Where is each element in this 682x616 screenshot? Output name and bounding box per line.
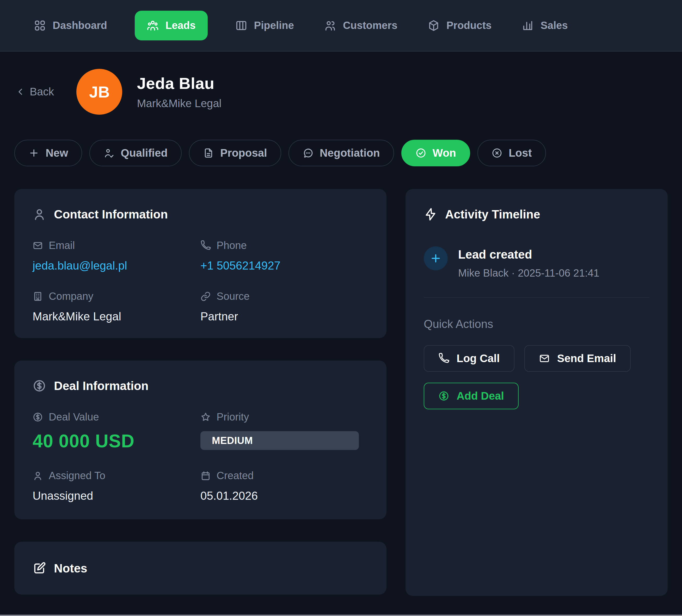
stage-label: New <box>46 147 68 159</box>
nav-item-customers[interactable]: Customers <box>322 11 400 40</box>
users-group-icon <box>147 20 159 31</box>
timeline-event: Lead created Mike Black · 2025-11-06 21:… <box>424 246 650 279</box>
columns-icon <box>235 20 247 31</box>
field-label-text: Deal Value <box>49 411 99 423</box>
stage-pill-row: New Qualified Proposal Negotiation Won L… <box>14 140 668 166</box>
notes-card: Notes <box>14 542 386 595</box>
plus-icon <box>28 148 39 158</box>
zap-icon <box>424 207 437 221</box>
user-check-icon <box>104 148 114 158</box>
stage-pill-lost[interactable]: Lost <box>477 140 546 166</box>
field-source: Source Partner <box>200 290 368 323</box>
field-label-text: Company <box>49 290 93 302</box>
nav-item-products[interactable]: Products <box>425 11 494 40</box>
nav-item-dashboard[interactable]: Dashboard <box>31 11 110 40</box>
dollar-circle-icon <box>32 412 43 422</box>
lead-header: Back JB Jeda Blau Mark&Mike Legal <box>0 52 682 115</box>
stage-pill-won[interactable]: Won <box>401 140 470 166</box>
quick-actions-row: Log Call Send Email <box>424 345 650 372</box>
dollar-circle-icon <box>438 391 449 401</box>
top-nav: Dashboard Leads Pipeline Customers Produ… <box>0 0 682 52</box>
deal-card-title: Deal Information <box>32 379 368 393</box>
bottom-edge-strip <box>0 615 682 616</box>
priority-badge: MEDIUM <box>200 431 359 450</box>
mail-icon <box>539 353 550 364</box>
card-title-text: Notes <box>54 561 87 575</box>
left-column: Contact Information Email jeda.blau@lega… <box>14 189 386 595</box>
star-icon <box>200 412 211 422</box>
created-value: 05.01.2026 <box>200 489 368 502</box>
stage-label: Proposal <box>220 147 267 159</box>
building-icon <box>32 291 43 302</box>
nav-item-pipeline[interactable]: Pipeline <box>233 11 297 40</box>
stage-label: Negotiation <box>320 147 380 159</box>
nav-item-leads[interactable]: Leads <box>135 11 208 40</box>
users-icon <box>324 20 336 31</box>
notes-card-title: Notes <box>32 561 87 575</box>
field-label-text: Priority <box>217 411 249 423</box>
card-title-text: Deal Information <box>54 379 149 393</box>
activity-timeline-card: Activity Timeline Lead created Mike Blac… <box>406 189 668 596</box>
email-value[interactable]: jeda.blau@legal.pl <box>32 259 200 272</box>
deal-value: 40 000 USD <box>32 431 200 452</box>
avatar-initials: JB <box>89 83 110 101</box>
stage-label: Qualified <box>121 147 167 159</box>
field-label-text: Phone <box>217 240 247 251</box>
deal-field-grid: Deal Value 40 000 USD Priority MEDIUM As… <box>32 411 368 502</box>
main-content: Contact Information Email jeda.blau@lega… <box>0 166 682 596</box>
field-label-text: Source <box>217 290 250 302</box>
package-icon <box>428 20 440 31</box>
lead-company: Mark&Mike Legal <box>137 97 221 110</box>
nav-label: Customers <box>343 20 397 31</box>
add-deal-button[interactable]: Add Deal <box>424 383 519 409</box>
phone-icon <box>200 240 211 251</box>
dollar-circle-icon <box>32 379 46 393</box>
field-priority: Priority MEDIUM <box>200 411 368 452</box>
contact-field-grid: Email jeda.blau@legal.pl Phone +1 505621… <box>32 240 368 323</box>
stage-pill-negotiation[interactable]: Negotiation <box>289 140 394 166</box>
bar-chart-icon <box>522 20 534 31</box>
stage-label: Won <box>433 147 456 159</box>
field-company: Company Mark&Mike Legal <box>32 290 200 323</box>
nav-label: Products <box>447 20 492 31</box>
send-email-button[interactable]: Send Email <box>524 345 631 372</box>
nav-label: Sales <box>541 20 568 31</box>
action-label: Add Deal <box>457 390 504 402</box>
timeline-event-title: Lead created <box>458 247 599 262</box>
back-button[interactable]: Back <box>15 86 54 98</box>
action-label: Log Call <box>457 352 500 365</box>
stage-pill-qualified[interactable]: Qualified <box>89 140 182 166</box>
card-title-text: Activity Timeline <box>445 207 540 221</box>
deal-information-card: Deal Information Deal Value 40 000 USD P… <box>14 360 386 519</box>
nav-label: Dashboard <box>53 20 107 31</box>
edit-icon <box>32 562 46 575</box>
field-label-text: Assigned To <box>49 470 105 482</box>
nav-item-sales[interactable]: Sales <box>519 11 570 40</box>
field-deal-value: Deal Value 40 000 USD <box>32 411 200 452</box>
message-dots-icon <box>302 148 314 158</box>
chevron-left-icon <box>15 87 25 97</box>
avatar: JB <box>76 69 122 115</box>
timeline-event-meta: Mike Black · 2025-11-06 21:41 <box>458 267 599 279</box>
action-label: Send Email <box>557 352 616 365</box>
phone-value[interactable]: +1 5056214927 <box>200 259 368 272</box>
field-phone: Phone +1 5056214927 <box>200 240 368 272</box>
nav-label: Leads <box>165 20 196 31</box>
card-title-text: Contact Information <box>54 207 168 221</box>
user-icon <box>32 207 46 221</box>
field-created: Created 05.01.2026 <box>200 470 368 502</box>
mail-icon <box>32 240 43 251</box>
stage-pill-new[interactable]: New <box>14 140 82 166</box>
timeline-dot <box>424 246 448 270</box>
x-circle-icon <box>492 148 502 158</box>
log-call-button[interactable]: Log Call <box>424 345 515 372</box>
layout-grid-icon <box>34 20 46 31</box>
file-text-icon <box>203 148 214 158</box>
nav-label: Pipeline <box>254 20 294 31</box>
stage-pill-proposal[interactable]: Proposal <box>189 140 281 166</box>
page-title: Jeda Blau <box>137 74 221 92</box>
right-column: Activity Timeline Lead created Mike Blac… <box>406 189 668 596</box>
contact-card-title: Contact Information <box>32 207 368 221</box>
company-value: Mark&Mike Legal <box>32 310 200 323</box>
assigned-value: Unassigned <box>32 489 200 502</box>
